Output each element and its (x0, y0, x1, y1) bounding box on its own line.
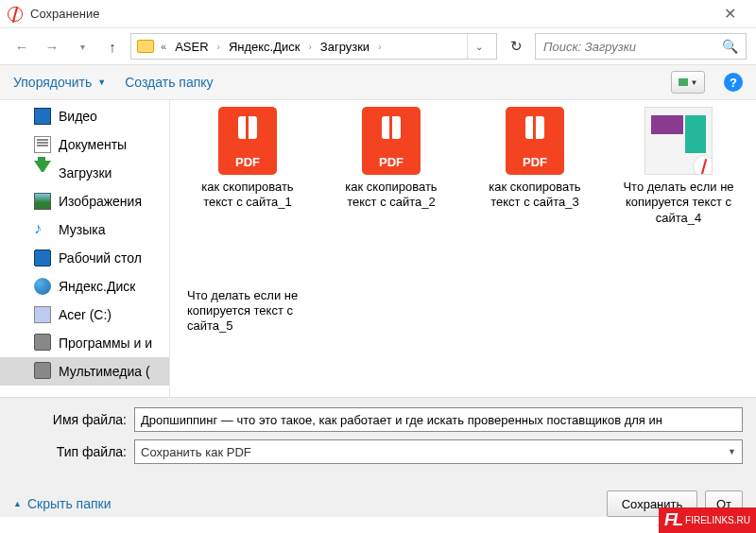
sidebar-item[interactable]: Изображения (0, 187, 169, 215)
desk-icon (34, 249, 51, 266)
sidebar-item-label: Видео (59, 109, 97, 124)
hide-folders-button[interactable]: ▲ Скрыть папки (13, 496, 112, 511)
forward-icon: → (40, 34, 64, 59)
yadisk-icon (34, 278, 51, 295)
sidebar-item[interactable]: Видео (0, 102, 169, 130)
chevron-down-icon: ▼ (728, 447, 736, 456)
sidebar-item[interactable]: Acer (C:) (0, 301, 169, 329)
file-name: как скопировать текст с сайта_1 (187, 180, 308, 211)
file-thumb: PDF (500, 106, 570, 176)
sidebar-item-label: Рабочий стол (59, 250, 142, 266)
refresh-icon[interactable]: ↻ (503, 33, 529, 60)
yandex-icon (8, 7, 23, 22)
organize-button[interactable]: Упорядочить ▼ (13, 75, 106, 90)
nav-bar: ← → ▾ ↑ « ASER › Яндекс.Диск › Загрузки … (0, 28, 756, 64)
filename-input-wrap[interactable] (134, 407, 743, 432)
down-icon (34, 161, 51, 178)
up-icon[interactable]: ↑ (100, 34, 125, 59)
chevron-right-icon[interactable]: › (305, 42, 314, 52)
breadcrumb-leaf[interactable]: Загрузки (318, 40, 371, 54)
view-icon (679, 78, 688, 86)
sidebar-item-label: Мультимедиа ( (59, 364, 150, 379)
watermark: FL FIRELINKS.RU (659, 507, 756, 533)
sidebar: ВидеоДокументыЗагрузкиИзображения♪Музыка… (0, 100, 170, 397)
sidebar-item-label: Acer (C:) (59, 307, 112, 322)
pdf-ext-label: PDF (523, 155, 547, 175)
sidebar-item[interactable]: ♪Музыка (0, 215, 169, 244)
music-icon: ♪ (34, 221, 51, 238)
file-item[interactable]: Что делать если не копируется текст с са… (187, 288, 319, 335)
sidebar-item-label: Документы (59, 137, 127, 152)
file-area[interactable]: PDFкак скопировать текст с сайта_1PDFкак… (170, 100, 756, 397)
watermark-logo: FL (664, 510, 681, 530)
sidebar-item[interactable]: Мультимедиа ( (0, 357, 169, 386)
sidebar-item[interactable]: Загрузки (0, 159, 169, 187)
view-button[interactable]: ▼ (671, 71, 705, 94)
file-name: Что делать если не копируется текст с са… (187, 288, 319, 335)
img-icon (34, 193, 51, 210)
breadcrumb-root[interactable]: ASER (173, 40, 210, 54)
pdf-ext-label: PDF (379, 155, 404, 175)
sidebar-item[interactable]: Программы и и (0, 329, 169, 357)
pdf-icon: PDF (506, 107, 564, 175)
doc-icon (34, 136, 51, 153)
chevron-down-icon: ▼ (691, 78, 698, 87)
file-name: Что делать если не копируется текст с са… (618, 180, 739, 226)
sidebar-item-label: Загрузки (59, 165, 112, 181)
search-input[interactable] (543, 40, 722, 54)
file-name: как скопировать текст с сайта_2 (331, 180, 452, 211)
document-icon (644, 107, 713, 175)
hide-folders-label: Скрыть папки (27, 496, 112, 511)
drive2-icon (34, 334, 51, 351)
organize-label: Упорядочить (13, 75, 92, 90)
chevron-up-icon: ▲ (13, 499, 22, 508)
address-dropdown-icon[interactable]: ⌄ (467, 34, 490, 59)
recent-dropdown-icon[interactable]: ▾ (70, 34, 94, 59)
sidebar-item-label: Яндекс.Диск (59, 279, 135, 294)
sidebar-item[interactable]: Яндекс.Диск (0, 272, 169, 301)
pdf-ext-label: PDF (235, 155, 260, 175)
close-icon[interactable]: ✕ (711, 5, 748, 23)
chevron-right-icon[interactable]: › (375, 42, 384, 52)
chevron-right-icon[interactable]: › (215, 42, 223, 52)
search-box[interactable]: 🔍 (535, 33, 747, 60)
sidebar-item-label: Программы и и (59, 335, 152, 351)
window-title: Сохранение (30, 7, 100, 21)
filetype-value: Сохранить как PDF (141, 445, 251, 459)
sidebar-item[interactable]: Документы (0, 130, 169, 159)
yandex-badge-icon (693, 155, 713, 175)
search-icon[interactable]: 🔍 (722, 39, 738, 54)
file-item[interactable]: PDFкак скопировать текст с сайта_2 (331, 106, 452, 226)
acer-icon (34, 306, 51, 323)
filename-label: Имя файла: (13, 412, 127, 427)
file-item[interactable]: PDFкак скопировать текст с сайта_1 (187, 106, 308, 226)
toolbar: Упорядочить ▼ Создать папку ▼ ? (0, 64, 756, 100)
pdf-icon: PDF (362, 107, 421, 175)
chevron-down-icon: ▼ (97, 77, 106, 87)
drive2-icon (34, 362, 51, 379)
file-item[interactable]: PDFкак скопировать текст с сайта_3 (474, 106, 595, 226)
sidebar-item-label: Музыка (59, 222, 106, 237)
filename-input[interactable] (141, 413, 736, 427)
dialog-actions: ▲ Скрыть папки Сохранить От (0, 483, 756, 517)
address-bar[interactable]: « ASER › Яндекс.Диск › Загрузки › ⌄ (130, 33, 497, 60)
new-folder-button[interactable]: Создать папку (125, 75, 213, 90)
save-form: Имя файла: Тип файла: Сохранить как PDF … (0, 397, 756, 483)
sidebar-item[interactable]: Рабочий стол (0, 244, 169, 272)
chevron-icon[interactable]: « (158, 41, 169, 52)
sidebar-item-label: Изображения (59, 194, 142, 209)
pdf-icon: PDF (218, 107, 277, 175)
video-icon (34, 108, 51, 125)
file-thumb: PDF (213, 106, 283, 176)
filetype-select[interactable]: Сохранить как PDF ▼ (134, 439, 743, 464)
breadcrumb-mid[interactable]: Яндекс.Диск (227, 40, 302, 54)
file-name: как скопировать текст с сайта_3 (474, 180, 595, 211)
titlebar: Сохранение ✕ (0, 0, 756, 28)
folder-icon (137, 40, 154, 53)
watermark-text: FIRELINKS.RU (685, 515, 750, 525)
file-item[interactable]: Что делать если не копируется текст с са… (618, 106, 739, 226)
help-icon[interactable]: ? (724, 73, 743, 92)
back-icon[interactable]: ← (9, 34, 34, 59)
filetype-label: Тип файла: (13, 444, 127, 459)
file-thumb (644, 106, 713, 176)
